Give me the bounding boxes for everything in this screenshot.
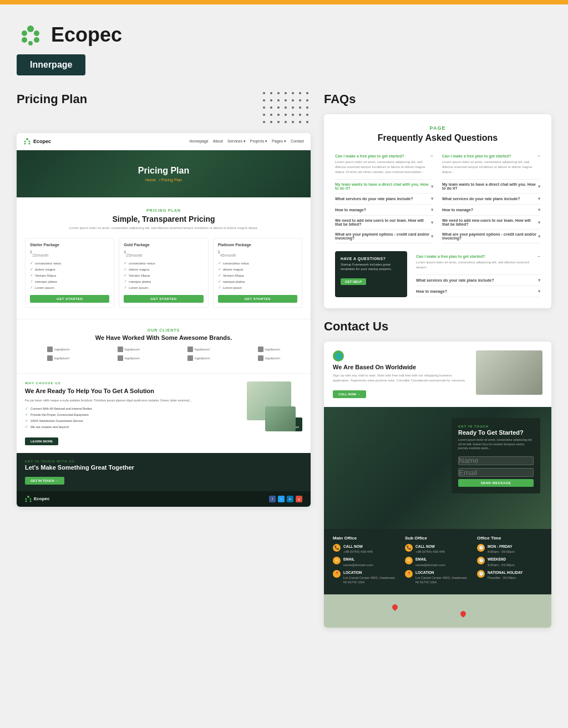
faqs-section-title: FAQs: [324, 92, 551, 106]
footer-logo-text: Ecopec: [34, 496, 49, 501]
faq-cta-right-col: Can I make a free plan to get started? −…: [416, 251, 540, 297]
call-now-btn[interactable]: CALL NOW →: [333, 390, 366, 398]
faq-question-6[interactable]: What are your payment options - credit c…: [335, 232, 433, 240]
why-desc: Far pa lorem nibhi neque a nulla sodales…: [25, 398, 240, 403]
faq-right-question-6[interactable]: What are your payment options - credit c…: [442, 232, 540, 240]
faq-col-right: Can I make a free plan to get started? −…: [442, 151, 540, 243]
sub-email-text: EMAILname@domain.com: [415, 557, 445, 567]
faq-page-label: PAGE: [335, 125, 540, 131]
feature-item: ✗ Lorem ipsum: [124, 284, 203, 291]
sub-email-icon: ✉: [405, 557, 413, 564]
logo-icon: [17, 21, 44, 49]
svg-point-0: [27, 26, 34, 32]
plan-starter-btn[interactable]: GET STARTED: [30, 295, 109, 303]
logo-item: logolpsum: [165, 355, 232, 361]
email-field[interactable]: [458, 468, 534, 477]
plan-platinum-btn[interactable]: GET STARTED: [218, 295, 297, 303]
feature-item: ✓ natoque platea: [218, 278, 297, 284]
form-title: Ready To Get Started?: [458, 429, 534, 436]
plan-platinum: Platinum Package $45/month ✓ consectetur…: [213, 238, 302, 308]
why-feature: 100% Satisfaction Guaranteed Service: [25, 418, 240, 424]
why-section: WHY CHOOSE US We Are Ready To Help You T…: [17, 373, 311, 453]
faq-right-4: How to manage? ▾: [442, 205, 540, 216]
google-icon[interactable]: g: [296, 496, 302, 502]
why-content: WHY CHOOSE US We Are Ready To Help You T…: [25, 381, 240, 445]
weekday-icon: 🕐: [477, 544, 485, 552]
contact-map: [324, 594, 551, 628]
feature-item: ✓ dolore magna: [218, 266, 297, 272]
faq-right-question-2[interactable]: My team wants to have a direct chat with…: [442, 182, 540, 190]
facebook-icon[interactable]: f: [269, 496, 276, 502]
faq-right-question-3[interactable]: What services do your rate plans include…: [442, 196, 540, 201]
faq-cta-btn[interactable]: GET HELP: [341, 278, 366, 285]
plan-gold-btn[interactable]: GET STARTED: [124, 295, 203, 303]
email-icon: ✉: [333, 557, 341, 564]
clients-title: We Have Worked With Some Awesome Brands.: [25, 334, 302, 341]
pricing-label: PRICING PLAN: [25, 208, 302, 212]
feature-item: ✓ consectetur netus: [124, 260, 203, 266]
plan-gold-name: Gold Package: [124, 243, 203, 247]
footer-cta-title: Let's Make Something Great Together: [25, 464, 302, 471]
faq-answer-1: Lorem ipsum dolor sit amet, consectetur …: [335, 160, 433, 176]
svg-point-12: [26, 498, 27, 500]
linkedin-icon[interactable]: in: [287, 496, 293, 502]
submit-btn[interactable]: SEND MESSAGE: [458, 479, 534, 487]
logo-item: logolpsum: [25, 347, 92, 352]
preview-footer-dark: GET IN TOUCH WITH US Let's Make Somethin…: [17, 453, 311, 491]
main-office-col: Main Office 📞 CALL NOW+98 (0754) 435-445…: [333, 536, 398, 588]
contact-form-overlay: GET IN TOUCH Ready To Get Started? Lorem…: [452, 418, 540, 493]
main-location: 📍 LOCATIONLot Camel Center #002, Hawkvie…: [333, 570, 398, 585]
footer-cta-btn[interactable]: GET IN TOUCH →: [25, 477, 64, 485]
faq-right-question-1[interactable]: Can I make a free plan to get started? −: [442, 154, 540, 159]
feature-item: ✓ consectetur netus: [218, 260, 297, 266]
main-email: ✉ EMAILname@domain.com: [333, 557, 398, 567]
sub-call: 📞 CALL NOW+98 (0754) 435-445: [405, 544, 470, 554]
faq-extra-question-1[interactable]: Can I make a free plan to get started? −: [416, 254, 540, 259]
name-field[interactable]: [458, 456, 534, 465]
office-holiday-text: NATIONAL HOLIDAYPossible - 02:00pm: [488, 570, 523, 580]
faq-question-4[interactable]: How to manage? ▾: [335, 207, 433, 212]
sub-location-icon: 📍: [405, 570, 413, 578]
office-holiday: 🕐 NATIONAL HOLIDAYPossible - 02:00pm: [477, 570, 542, 580]
faq-right-question-4[interactable]: How to manage? ▾: [442, 207, 540, 212]
svg-point-8: [29, 141, 31, 142]
contact-info-desc: Sign up with any mail to start. Start wi…: [333, 373, 469, 383]
plan-gold-features: ✓ consectetur netus ✓ dolore magna ✓ Ven…: [124, 260, 203, 291]
holiday-icon: 🕐: [477, 570, 485, 578]
why-feature: We are creative and beyond: [25, 424, 240, 430]
faq-right-2: My team wants to have a direct chat with…: [442, 180, 540, 194]
contact-form-section: GET IN TOUCH Ready To Get Started? Lorem…: [324, 407, 551, 529]
logo-item: logolpsum: [95, 355, 163, 361]
plan-platinum-price: $45/month: [218, 249, 297, 259]
faq-extra-question-3[interactable]: How to manage? ▾: [416, 289, 540, 294]
why-feature: Provide the Proper Constructed Equipment: [25, 412, 240, 418]
faq-extra-answer-1: Lorem ipsum dolor sit amet, consectetur …: [416, 260, 540, 272]
faq-right-question-5[interactable]: We need to add new users to our team. Ho…: [442, 218, 540, 226]
faq-extra-question-2[interactable]: What services do your rate plans include…: [416, 278, 540, 283]
svg-point-10: [29, 143, 31, 145]
map-grid: [324, 594, 551, 628]
why-feature: Connect With All National and Internal B…: [25, 406, 240, 412]
feature-item: ✓ dolore magna: [30, 266, 109, 272]
faq-question-3[interactable]: What services do your rate plans include…: [335, 196, 433, 201]
learn-more-btn[interactable]: LEARN MORE: [25, 437, 58, 445]
hero-breadcrumb: Home / Pricing Plan: [28, 178, 300, 182]
faq-extra-1: Can I make a free plan to get started? −…: [416, 251, 540, 275]
feature-item: ✗ Lorem ipsum: [218, 284, 297, 291]
feature-item: ✓ dolore magna: [124, 266, 203, 272]
main-call-text: CALL NOW+98 (0754) 435-445: [343, 544, 373, 554]
svg-point-3: [22, 37, 27, 43]
faq-cta-title: HAVE A QUESTIONS?: [341, 257, 402, 261]
faq-item-2: My team wants to have a direct chat with…: [335, 180, 433, 194]
office-time-title: Office Time: [477, 536, 542, 541]
sub-office-title: Sub Office: [405, 536, 470, 541]
faq-question-5[interactable]: We need to add new users to our team. Ho…: [335, 218, 433, 226]
twitter-icon[interactable]: t: [278, 496, 285, 502]
svg-point-14: [26, 500, 27, 502]
faq-question-2[interactable]: My team wants to have a direct chat with…: [335, 182, 433, 190]
faq-question-1[interactable]: Can I make a free plan to get started? −: [335, 154, 433, 159]
dots-decoration: [263, 92, 311, 125]
preview-hero: Pricing Plan Home / Pricing Plan: [17, 150, 311, 197]
svg-point-4: [34, 37, 39, 43]
form-label: GET IN TOUCH: [458, 425, 534, 428]
